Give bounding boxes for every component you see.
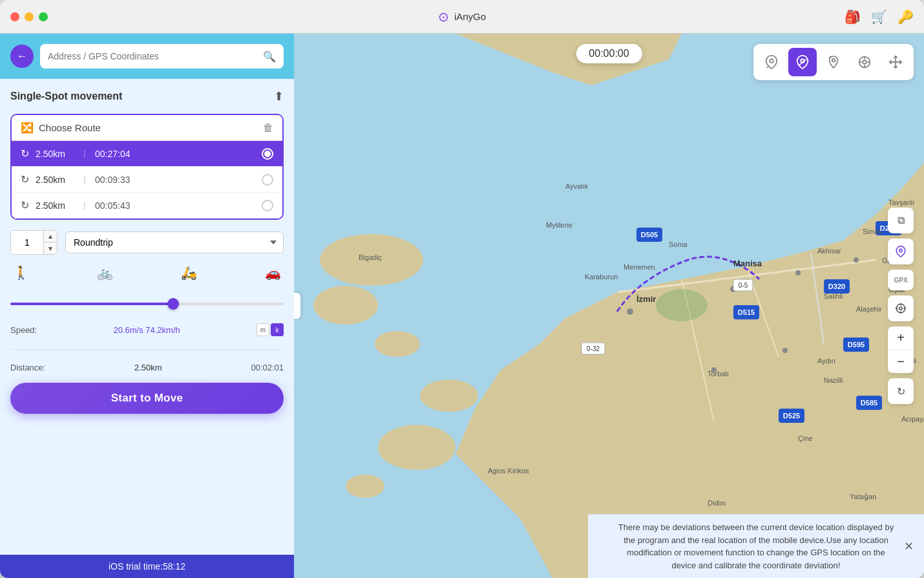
route-type-icon: ↻	[21, 173, 29, 186]
move-tool-button[interactable]	[881, 48, 910, 76]
svg-text:Menemen: Menemen	[624, 263, 655, 271]
export-button[interactable]: ⬆	[274, 89, 284, 103]
svg-text:Alaşehir: Alaşehir	[856, 305, 882, 313]
traffic-lights	[10, 12, 48, 21]
svg-point-3	[375, 331, 420, 357]
route-tool-button[interactable]	[788, 48, 817, 76]
cart-icon[interactable]: 🛒	[871, 9, 887, 25]
svg-point-5	[378, 425, 456, 470]
svg-text:Salihli: Salihli	[824, 292, 843, 300]
close-button[interactable]	[10, 12, 19, 21]
svg-text:Aydın: Aydın	[817, 357, 835, 365]
spinner-down[interactable]: ▼	[44, 242, 57, 254]
repeat-input[interactable]	[11, 231, 43, 254]
route-time: 00:09:33	[95, 175, 131, 185]
spinner-up[interactable]: ▲	[44, 231, 57, 242]
divider	[10, 349, 284, 350]
route-separator: ｜	[81, 174, 89, 185]
app-logo-icon: ⊙	[438, 9, 449, 25]
bag-icon[interactable]: 🎒	[845, 9, 861, 25]
map-background: D505 D515 D320 D240 D595 D525 D585 İzmir…	[294, 34, 924, 578]
route-radio[interactable]	[262, 148, 273, 160]
distance-label: Distance:	[10, 363, 45, 372]
route-radio[interactable]	[262, 174, 273, 186]
app-title: iAnyGo	[454, 11, 486, 22]
zoom-group: + −	[888, 326, 914, 373]
back-icon: ←	[17, 50, 27, 62]
main-content: ← 🔍 Single-Spot movement ⬆	[0, 34, 924, 578]
maximize-button[interactable]	[39, 12, 48, 21]
start-move-button[interactable]: Start to Move	[10, 383, 284, 414]
map-area[interactable]: D505 D515 D320 D240 D595 D525 D585 İzmir…	[294, 34, 924, 578]
panel-collapse-button[interactable]: ‹	[294, 293, 300, 319]
timer-badge: 00:00:00	[576, 44, 642, 63]
notification-text: There may be deviations between the curr…	[618, 522, 894, 570]
speed-value: 20.6m/s 74.2km/h	[113, 325, 180, 335]
map-toolbar	[753, 44, 914, 80]
route-chooser-header: 🔀 Choose Route 🗑	[12, 115, 282, 141]
route-radio[interactable]	[262, 200, 273, 211]
left-panel: ← 🔍 Single-Spot movement ⬆	[0, 34, 294, 578]
trip-type-select[interactable]: Roundtrip One Way Loop	[65, 231, 284, 253]
choose-route-label: Choose Route	[39, 122, 101, 133]
back-button[interactable]: ←	[10, 45, 34, 68]
multi-pin-tool-button[interactable]	[819, 48, 848, 76]
repeat-spinners: ▲ ▼	[43, 231, 57, 254]
pin-side-button[interactable]	[888, 239, 914, 264]
svg-text:Torbalı: Torbalı	[708, 370, 729, 378]
svg-point-78	[899, 307, 903, 310]
svg-text:Karaburun: Karaburun	[585, 273, 618, 281]
route-item[interactable]: ↻ 2.50km ｜ 00:09:33	[12, 167, 282, 193]
svg-text:D585: D585	[861, 399, 877, 407]
delete-route-button[interactable]: 🗑	[263, 122, 273, 134]
svg-point-16	[782, 348, 788, 353]
trial-bar: iOS trial time:58:12	[0, 555, 294, 578]
trial-label: iOS trial time:58:12	[109, 561, 185, 572]
svg-text:Agios Kirikos: Agios Kirikos	[488, 467, 529, 475]
bottom-notification: There may be deviations between the curr…	[588, 514, 924, 578]
svg-point-2	[313, 286, 378, 325]
speed-label: Speed:	[10, 325, 37, 335]
bike-icon: 🚲	[97, 265, 113, 281]
app-window: ⊙ iAnyGo 🎒 🛒 🔑 ← 🔍	[0, 0, 924, 578]
zoom-out-button[interactable]: −	[888, 350, 914, 373]
route-chooser: 🔀 Choose Route 🗑 ↻ 2.50km ｜ 00:27:04	[10, 114, 284, 220]
route-time: 00:05:43	[95, 200, 131, 211]
zoom-in-button[interactable]: +	[888, 326, 914, 350]
svg-text:0-32: 0-32	[587, 345, 600, 352]
speed-slider[interactable]	[10, 303, 284, 305]
pin-tool-button[interactable]	[757, 48, 786, 76]
speed-icons: 🚶 🚲 🛵 🚗	[10, 265, 284, 281]
panel-body: Single-Spot movement ⬆ 🔀 Choose Route 🗑	[0, 79, 294, 555]
titlebar: ⊙ iAnyGo 🎒 🛒 🔑	[0, 0, 924, 34]
panel-title: Single-Spot movement	[10, 91, 122, 102]
route-chooser-title: 🔀 Choose Route	[21, 122, 101, 134]
route-type-icon: ↻	[21, 199, 29, 211]
speed-unit-buttons: m k	[257, 323, 284, 336]
route-item[interactable]: ↻ 2.50km ｜ 00:27:04	[12, 141, 282, 167]
speed-unit-m-button[interactable]: m	[257, 323, 269, 336]
target-button[interactable]	[888, 295, 914, 321]
svg-text:Soma: Soma	[669, 241, 688, 248]
search-input[interactable]	[48, 51, 263, 61]
svg-point-72	[899, 249, 903, 252]
refresh-button[interactable]: ↻	[888, 378, 914, 404]
route-item[interactable]: ↻ 2.50km ｜ 00:05:43	[12, 193, 282, 219]
svg-text:Simav: Simav	[863, 228, 883, 235]
key-icon[interactable]: 🔑	[898, 9, 914, 25]
gpx-button[interactable]: GPX	[888, 270, 914, 290]
copy-tool-button[interactable]: ⧉	[888, 208, 914, 233]
svg-text:0-5: 0-5	[739, 282, 748, 289]
route-distance: 2.50km	[36, 200, 74, 211]
svg-text:D595: D595	[848, 341, 865, 348]
close-notification-button[interactable]: ✕	[904, 538, 914, 555]
search-input-wrap: 🔍	[40, 44, 284, 69]
svg-text:Akhisar: Akhisar	[817, 247, 841, 255]
panel-header: Single-Spot movement ⬆	[10, 89, 284, 103]
speed-unit-k-button[interactable]: k	[271, 323, 284, 336]
route-distance: 2.50km	[36, 149, 74, 159]
minimize-button[interactable]	[25, 12, 34, 21]
joystick-tool-button[interactable]	[850, 48, 879, 76]
route-separator: ｜	[81, 200, 89, 211]
distance-value: 2.50km	[134, 363, 162, 372]
